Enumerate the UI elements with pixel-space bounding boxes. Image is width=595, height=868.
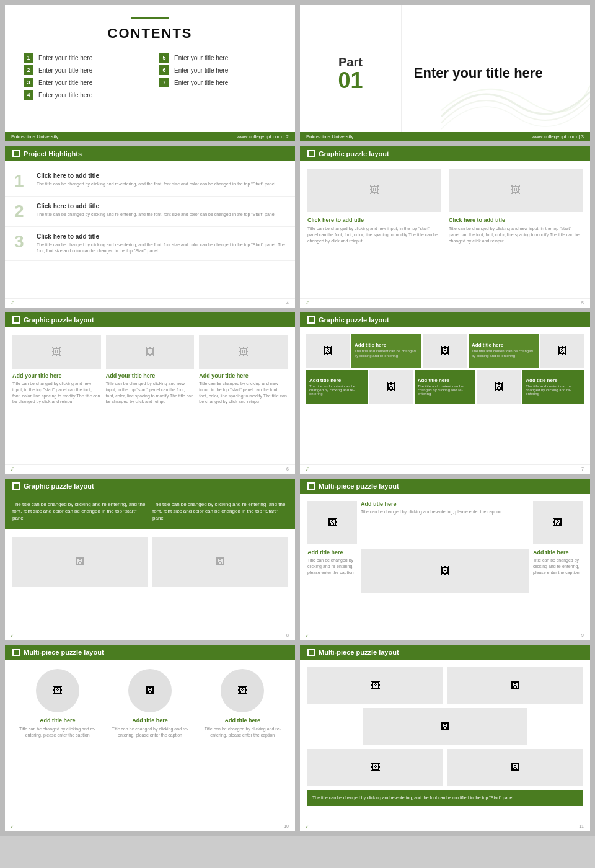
item-desc: Title can be changed by clicking and re-… <box>533 557 583 575</box>
tiles-row1: 🖼 Add title here The title and content c… <box>306 334 584 368</box>
checkbox-icon <box>307 649 315 656</box>
highlight-title: Click here to add title <box>37 233 286 240</box>
tile-image: 🖼 <box>306 334 350 368</box>
item-title: Add title here <box>132 717 168 724</box>
item-num: 4 <box>24 90 33 100</box>
tile-desc: The title and content can be changed by … <box>418 384 473 396</box>
slide-puzzle2: Graphic puzzle layout 🖼 Click here to ad… <box>300 146 590 308</box>
white-bottom-section: 🖼 🖼 <box>5 529 295 599</box>
image-icon: 🖼 <box>440 565 450 577</box>
item-desc: Title can be changed by clicking and new… <box>199 381 288 405</box>
footer-icon: 𝐹 <box>306 824 309 829</box>
page-num: 5 <box>581 301 584 306</box>
item-text: Enter your title here <box>174 79 228 86</box>
image-placeholder: 🖼 <box>307 169 441 212</box>
section-header: Multi-piece puzzle layout <box>300 645 590 660</box>
green-text-2: The title can be changed by clicking and… <box>152 501 288 522</box>
section-header: Project Highlights <box>5 146 295 161</box>
image-placeholder: 🖼 <box>12 537 148 587</box>
tile-text: Add title here The title and content can… <box>522 370 584 404</box>
image-placeholder: 🖼 <box>307 749 443 786</box>
list-item: 1 Enter your title here <box>24 53 141 63</box>
highlight-item-1: 1 Click here to add title The title can … <box>5 166 295 197</box>
slide-footer: Fukushima University www.collegeppt.com … <box>300 132 590 141</box>
image-icon: 🖼 <box>145 685 155 696</box>
highlight-content: Click here to add title The title can be… <box>37 233 286 254</box>
circle-item-3: 🖼 Add title here Title can be changed by… <box>200 669 286 738</box>
section-header: Multi-piece puzzle layout <box>5 645 295 660</box>
item-num: 5 <box>159 53 169 63</box>
highlight-content: Click here to add title The title can be… <box>37 203 275 218</box>
page-num: 4 <box>286 301 289 306</box>
scattered-bottom-imgs: 🖼 🖼 <box>307 749 583 786</box>
section-header: Graphic puzzle layout <box>5 479 295 494</box>
puzzle2-item-2: 🖼 Click here to add title Title can be c… <box>449 169 583 244</box>
highlight-title: Click here to add title <box>37 172 275 179</box>
tile-desc: The title and content can be changed by … <box>355 349 418 359</box>
image-placeholder: 🖼 <box>106 335 195 369</box>
item-num: 7 <box>159 78 169 87</box>
scattered-inner: 🖼 🖼 🖼 🖼 🖼 The title can be changed by cl… <box>300 660 590 813</box>
tile-image: 🖼 <box>423 334 467 368</box>
puzzle2-grid: 🖼 Click here to add title Title can be c… <box>300 161 590 251</box>
image-placeholder: 🖼 <box>533 501 583 544</box>
image-placeholder: 🖼 <box>447 667 583 704</box>
tile-text: Add title here The title and content can… <box>351 334 421 368</box>
list-item: 3 Enter your title here <box>24 78 141 87</box>
item-title: Add title here <box>307 549 357 556</box>
item-desc: Title can be changed by clicking and re-… <box>14 726 100 738</box>
tile-title: Add title here <box>309 378 364 383</box>
image-icon: 🖼 <box>494 381 504 392</box>
circle-image: 🖼 <box>36 669 79 712</box>
tile-text: Add title here The title and content can… <box>415 370 476 404</box>
checkbox-icon <box>12 649 20 656</box>
slide-footer: Fukushima University www.collegeppt.com … <box>5 132 295 141</box>
highlight-item-2: 2 Click here to add title The title can … <box>5 197 295 227</box>
section-header: Graphic puzzle layout <box>5 312 295 327</box>
tile-title: Add title here <box>418 378 473 383</box>
item-num: 2 <box>24 65 33 75</box>
list-item: 4 Enter your title here <box>24 90 141 100</box>
highlight-title: Click here to add title <box>37 203 275 210</box>
checkbox-icon <box>307 482 315 490</box>
scattered-top-imgs: 🖼 🖼 <box>307 667 583 704</box>
circle-image: 🖼 <box>128 669 172 712</box>
item-desc: Title can be changed by clicking and re-… <box>361 509 529 515</box>
image-placeholder: 🖼 <box>449 169 583 212</box>
footer-left: Fukushima University <box>11 134 58 140</box>
item-desc: Title can be changed by clicking and new… <box>106 381 195 405</box>
item-num: 3 <box>24 78 33 87</box>
list-item: 7 Enter your title here <box>159 78 276 87</box>
image-placeholder: 🖼 <box>447 749 583 786</box>
circle-item-1: 🖼 Add title here Title can be changed by… <box>14 669 100 738</box>
checkbox-icon <box>12 316 20 324</box>
highlight-num: 3 <box>14 233 29 250</box>
slide-footer: 𝐹 7 <box>300 464 590 474</box>
multi-container: 🖼 Add title here Title can be changed by… <box>300 494 590 605</box>
footer-icon: 𝐹 <box>306 467 309 472</box>
tile-title: Add title here <box>355 342 418 348</box>
footer-icon: 𝐹 <box>11 301 14 306</box>
section-header: Graphic puzzle layout <box>300 312 590 327</box>
slide-footer: 𝐹 4 <box>5 298 295 308</box>
footer-icon: 𝐹 <box>306 301 309 306</box>
item-desc: Title can be changed by clicking and re-… <box>200 726 286 738</box>
page-num: 6 <box>286 467 289 472</box>
item-title: Add title here <box>533 549 583 556</box>
checkbox-icon <box>307 316 315 324</box>
highlight-desc: The title can be changed by clicking and… <box>37 242 286 254</box>
tile-image: 🖼 <box>540 334 584 368</box>
image-icon: 🖼 <box>327 517 337 528</box>
page-num: 11 <box>579 824 584 829</box>
slide-puzzle-green: Graphic puzzle layout The title can be c… <box>5 479 295 640</box>
item-title: Add title here <box>225 717 261 724</box>
item-title: Click here to add title <box>449 217 583 223</box>
checkbox-icon <box>12 150 20 157</box>
tile-desc: The title and content can be changed by … <box>526 384 581 396</box>
slide-contents: CONTENTS 1 Enter your title here 5 Enter… <box>5 5 295 141</box>
item-text: Enter your title here <box>38 92 92 99</box>
item-title: Add your title here <box>106 373 195 379</box>
image-icon: 🖼 <box>371 762 381 773</box>
checkbox-icon <box>307 150 315 157</box>
image-placeholder: 🖼 <box>361 549 529 593</box>
